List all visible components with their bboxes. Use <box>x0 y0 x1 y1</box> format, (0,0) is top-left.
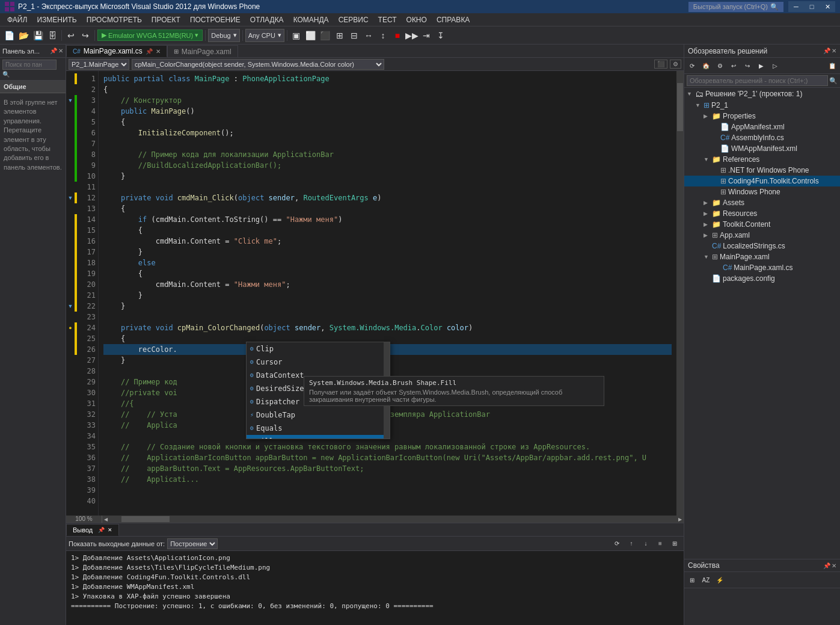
toolbar-btn-12[interactable]: ↕ <box>376 29 390 42</box>
breadcrumb-right-select[interactable]: cpMain_ColorChanged(object sender, Syste… <box>132 59 384 70</box>
horizontal-scrollbar[interactable]: 100 % ◀ ▶ <box>66 516 684 523</box>
sol-btn-7[interactable]: ▷ <box>768 59 782 72</box>
tab-pin-icon[interactable]: 📌 <box>146 48 153 55</box>
new-project-button[interactable]: 📄 <box>2 29 16 42</box>
menu-item-help[interactable]: СПРАВКА <box>432 13 475 26</box>
platform-dropdown[interactable]: Any CPU ▾ <box>245 29 284 42</box>
undo-button[interactable]: ↩ <box>64 29 78 42</box>
sol-btn-6[interactable]: ▶ <box>755 59 768 72</box>
tree-item-mainpagexaml[interactable]: ▼ ⊞ MainPage.xaml <box>684 251 840 262</box>
ac-item-clip[interactable]: ⚙Clip <box>247 342 390 356</box>
redo-button[interactable]: ↪ <box>79 29 92 42</box>
toolbar-btn-10[interactable]: ⊟ <box>348 29 361 42</box>
tree-item-assemblyinfo[interactable]: C# AssemblyInfo.cs <box>684 132 840 143</box>
quick-launch[interactable]: Быстрый запуск (Ctrl+Q) 🔍 <box>688 2 783 12</box>
tree-item-properties[interactable]: ▶ 📁 Properties <box>684 111 840 122</box>
toolbar-btn-15[interactable]: ⇥ <box>420 29 433 42</box>
save-all-button[interactable]: 🗄 <box>46 29 59 42</box>
toolbox-search-input[interactable] <box>2 60 57 70</box>
tree-item-project[interactable]: ▼ ⊞ P2_1 <box>684 100 840 111</box>
menu-item-debug[interactable]: ОТЛАДКА <box>245 13 289 26</box>
props-events-button[interactable]: ⚡ <box>713 573 726 587</box>
menu-item-team[interactable]: КОМАНДА <box>289 13 334 26</box>
toolbar-btn-7[interactable]: ⬜ <box>304 29 317 42</box>
output-source-select[interactable]: Построение <box>167 538 218 549</box>
toolbar-btn-9[interactable]: ⊞ <box>333 29 346 42</box>
tree-item-mainpagexamlcs[interactable]: C# MainPage.xaml.cs <box>684 262 840 273</box>
tab-mainpage-xaml-cs[interactable]: C# MainPage.xaml.cs 📌 ✕ <box>66 45 167 57</box>
output-btn-4[interactable]: ≡ <box>654 537 667 550</box>
tree-item-wmappmanifest[interactable]: 📄 WMAppManifest.xml <box>684 143 840 154</box>
vertical-scrollbar[interactable] <box>676 71 684 516</box>
ac-item-equals[interactable]: ⚙Equals <box>247 422 390 435</box>
menu-item-tools[interactable]: СЕРВИС <box>334 13 373 26</box>
toolbox-group-header[interactable]: Общие <box>0 81 66 93</box>
tab-output[interactable]: Вывод 📌 ✕ <box>66 524 119 536</box>
tree-item-coding4fun[interactable]: ⊞ Coding4Fun.Toolkit.Controls <box>684 176 840 186</box>
toolbar-btn-6[interactable]: ▣ <box>290 29 303 42</box>
props-categorized-button[interactable]: ⊞ <box>685 573 699 587</box>
toolbar-btn-11[interactable]: ↔ <box>362 29 375 42</box>
tree-item-references[interactable]: ▼ 📁 References <box>684 154 840 165</box>
menu-item-project[interactable]: ПРОЕКТ <box>147 13 185 26</box>
menu-item-window[interactable]: ОКНО <box>402 13 432 26</box>
save-button[interactable]: 💾 <box>31 29 44 42</box>
stop-button[interactable]: ■ <box>391 29 404 42</box>
scrollbar-thumb[interactable] <box>677 83 683 131</box>
breadcrumb-left-select[interactable]: P2_1.MainPage <box>69 59 129 70</box>
toolbar-btn-16[interactable]: ↧ <box>434 29 447 42</box>
output-btn-3[interactable]: ↓ <box>639 537 652 550</box>
tree-item-resources[interactable]: ▶ 📁 Resources <box>684 208 840 219</box>
props-pin-button[interactable]: 📌 <box>823 562 830 569</box>
scroll-right-button[interactable]: ▶ <box>676 516 684 523</box>
config-dropdown[interactable]: Debug ▾ <box>208 29 239 42</box>
props-alphabetical-button[interactable]: AZ <box>699 573 713 587</box>
tab-close-icon[interactable]: ✕ <box>156 48 161 55</box>
toolbox-close-button[interactable]: ✕ <box>58 48 63 54</box>
restore-button[interactable]: □ <box>804 1 820 12</box>
collapse-arrow-1[interactable]: ▼ <box>66 95 75 106</box>
h-scrollbar-track[interactable] <box>109 516 676 523</box>
sol-btn-home[interactable]: 🏠 <box>699 59 713 72</box>
close-button[interactable]: ✕ <box>820 1 835 12</box>
output-btn-1[interactable]: ⟳ <box>610 537 624 550</box>
menu-item-edit[interactable]: ИЗМЕНИТЬ <box>32 13 81 26</box>
props-close-button[interactable]: ✕ <box>832 562 836 569</box>
menu-item-view[interactable]: ПРОСМОТРЕТЬ <box>82 13 147 26</box>
ac-item-cursor[interactable]: ⚙Cursor <box>247 356 390 369</box>
minimize-button[interactable]: ─ <box>788 1 804 12</box>
breadcrumb-sync-button[interactable]: ⬛ <box>654 60 667 69</box>
output-close-icon[interactable]: ✕ <box>108 527 112 533</box>
h-scrollbar-thumb[interactable] <box>121 516 170 522</box>
open-button[interactable]: 📂 <box>17 29 30 42</box>
output-pin-icon[interactable]: 📌 <box>98 527 105 533</box>
tree-item-solution[interactable]: ▼ 🗂 Решение 'P2_1' (проектов: 1) <box>684 88 840 100</box>
output-btn-5[interactable]: ⊞ <box>668 537 681 550</box>
output-btn-2[interactable]: ↑ <box>625 537 638 550</box>
solution-pin-button[interactable]: 📌 <box>823 48 830 54</box>
tree-item-localizedstrings[interactable]: C# LocalizedStrings.cs <box>684 241 840 251</box>
solution-search-input[interactable] <box>687 75 828 86</box>
toolbox-pin-button[interactable]: 📌 <box>50 48 57 54</box>
tree-item-dotnet[interactable]: ⊞ .NET for Windows Phone <box>684 165 840 176</box>
solution-close-button[interactable]: ✕ <box>832 48 836 54</box>
toolbar-btn-14[interactable]: ▶▶ <box>405 29 418 42</box>
sol-btn-sync[interactable]: ⟳ <box>685 59 699 72</box>
scroll-left-button[interactable]: ◀ <box>102 516 109 523</box>
sol-btn-props[interactable]: 📋 <box>826 59 839 72</box>
breadcrumb-settings-button[interactable]: ⚙ <box>670 60 681 69</box>
sol-btn-4[interactable]: ↩ <box>727 59 740 72</box>
tree-item-windowsphone[interactable]: ⊞ Windows Phone <box>684 186 840 197</box>
collapse-arrow-2[interactable]: ▼ <box>66 192 75 203</box>
tree-item-appxaml[interactable]: ▶ ⊞ App.xaml <box>684 230 840 241</box>
tab-mainpage-xaml[interactable]: ⊞ MainPage.xaml <box>167 45 238 57</box>
toolbar-btn-8[interactable]: ⬛ <box>319 29 332 42</box>
tree-item-appmanifest[interactable]: 📄 AppManifest.xml <box>684 122 840 132</box>
tree-item-packages[interactable]: 📄 packages.config <box>684 273 840 284</box>
menu-item-file[interactable]: ФАЙЛ <box>2 13 32 26</box>
menu-item-build[interactable]: ПОСТРОЕНИЕ <box>185 13 245 26</box>
sol-btn-5[interactable]: ↪ <box>741 59 754 72</box>
tree-item-toolkit[interactable]: ▶ 📁 Toolkit.Content <box>684 219 840 230</box>
play-button[interactable]: ▶ Emulator WVGA 512MB(RU) ▾ <box>97 29 203 41</box>
ac-item-doubletap[interactable]: ⚡DoubleTap <box>247 408 390 422</box>
